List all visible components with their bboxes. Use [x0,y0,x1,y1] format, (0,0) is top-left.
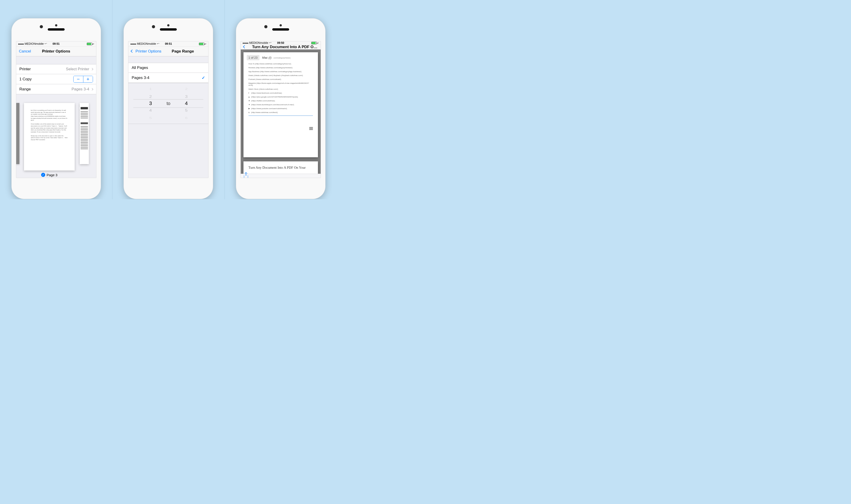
chevron-left-icon [243,45,246,48]
back-button[interactable] [244,45,250,49]
share-icon[interactable] [244,175,248,178]
hamburger-menu-icon[interactable] [309,127,313,130]
battery-icon [87,43,92,45]
blue-divider [248,115,313,116]
copies-stepper: − + [73,76,93,83]
social-link: (https://plus.google.com/107184756052365… [248,96,313,98]
range-label: Range [19,87,31,92]
page-thumbnail-4[interactable] [80,103,89,164]
status-bar: ●●●●● MEDIONmobile ⬿ 09:51 ⚡︎ [128,41,208,46]
printer-value: Select Printer [66,67,89,71]
document-scrollview[interactable]: 1 of 23 Mac (/) .com/category/news/) How… [241,50,321,174]
sensor-dot [280,24,282,26]
phone-frame: ●●●●● MEDIONmobile ⬿ 09:50 ⚡︎ Turn Any D… [236,18,325,199]
signal-strength-icon: ●●●●● [130,43,136,45]
wifi-icon: ⬿ [269,41,271,44]
front-camera [264,25,267,28]
social-link: (https://twitter.com/cultofmac) [248,100,313,102]
signal-strength-icon: ●●●●● [243,42,248,44]
earpiece-speaker [48,28,65,31]
battery-icon [199,43,205,45]
page-3-label-row: ✓ Page 3 [24,173,75,177]
carrier-label: MEDIONmobile [25,42,43,46]
earpiece-speaker [160,28,177,31]
sensor-dot [167,24,170,26]
screen: ●●●●● MEDIONmobile ⬿ 09:50 ⚡︎ Turn Any D… [241,41,321,178]
selected-check-icon: ✓ [202,75,205,80]
nav-bar: Turn Any Document Into A PDF On Y… [241,44,321,50]
front-camera [152,25,155,28]
printer-label: Printer [19,67,31,71]
copies-label: 1 Copy [19,77,32,82]
status-bar: ●●●●● MEDIONmobile ⬿ 09:51 ⚡︎ [16,41,96,46]
page-preview-area[interactable]: but if this is something you'll want to … [16,94,96,178]
screen: ●●●●● MEDIONmobile ⬿ 09:51 ⚡︎ Cancel Pri… [16,41,96,178]
all-pages-row[interactable]: All Pages [128,63,208,73]
copies-row: 1 Copy − + [16,74,96,84]
to-label: to [166,101,171,106]
article-title: Turn Any Document Into A PDF On Your [248,165,313,169]
status-time: 09:50 [277,41,284,44]
social-link: (https://www.stumbleupon.com/discover/cu… [248,104,313,106]
wifi-icon: ⬿ [157,42,159,45]
signal-strength-icon: ●●●●● [18,43,24,45]
status-bar: ●●●●● MEDIONmobile ⬿ 09:50 ⚡︎ [241,41,321,44]
chevron-right-icon [91,88,93,90]
all-pages-label: All Pages [131,66,148,70]
to-page-wheel[interactable]: 2 3 4 5 6 [177,86,195,121]
nav-bar: Cancel Printer Options Print [16,46,96,56]
pdf-page-1[interactable]: 1 of 23 Mac (/) .com/category/news/) How… [244,52,318,157]
social-link-list: (https://www.facebook.com/cultofmac)(htt… [248,92,313,113]
printer-row[interactable]: Printer Select Printer [16,64,96,74]
charging-icon: ⚡︎ [205,43,207,45]
sensor-dot [55,24,57,26]
chevron-right-icon [91,68,93,70]
page-3-label: Page 3 [47,173,57,177]
pdf-page-2[interactable]: Turn Any Document Into A PDF On Your [244,161,318,174]
back-label: Printer Options [136,49,161,53]
status-time: 09:51 [53,42,59,46]
nav-bar: Printer Options Page Range [128,46,208,56]
pages-3-4-label: Pages 3-4 [131,75,149,80]
screen: ●●●●● MEDIONmobile ⬿ 09:51 ⚡︎ Printer Op… [128,41,209,178]
back-button[interactable]: Printer Options [131,49,161,54]
page-header-url-fragment: .com/category/news/) [273,57,290,59]
status-time: 09:51 [165,42,172,46]
pages-3-4-row[interactable]: Pages 3-4 ✓ [128,73,208,83]
page-header-fragment: Mac (/) [262,56,271,59]
range-row[interactable]: Range Pages 3-4 [16,84,96,94]
battery-icon [311,42,317,44]
social-link: (http://www.cultofmac.com/feed/) [248,111,313,113]
charging-icon: ⚡︎ [317,42,319,44]
copies-plus-button[interactable]: + [83,76,93,83]
cancel-button[interactable]: Cancel [19,49,35,54]
social-link: (https://www.facebook.com/cultofmac) [248,92,313,94]
bottom-toolbar [241,174,321,178]
range-value: Pages 3-4 [71,87,89,92]
social-link: (https://www.youtube.com/user/cultofmact… [248,108,313,110]
page-selected-check-icon[interactable]: ✓ [41,173,45,177]
phone-frame: ●●●●● MEDIONmobile ⬿ 09:51 ⚡︎ Cancel Pri… [12,18,101,199]
chevron-left-icon [131,50,134,53]
wifi-icon: ⬿ [45,42,47,45]
charging-icon: ⚡︎ [93,43,94,45]
nav-title: Turn Any Document Into A PDF On Y… [252,45,318,49]
page-range-picker: 1 2 3 4 5 to 2 3 4 5 6 [128,83,208,124]
page-thumbnail-3[interactable]: but if this is something you'll want to … [24,103,75,170]
front-camera [40,25,43,28]
from-page-wheel[interactable]: 1 2 3 4 5 [141,86,160,121]
carrier-label: MEDIONmobile [249,41,268,44]
earpiece-speaker [272,28,289,31]
prev-page-sliver[interactable] [16,103,19,164]
copies-minus-button[interactable]: − [73,76,83,83]
carrier-label: MEDIONmobile [137,42,156,46]
nav-title: Page Range [172,49,194,54]
page-count-badge: 1 of 23 [247,55,260,60]
nav-title: Printer Options [42,49,70,54]
phone-frame: ●●●●● MEDIONmobile ⬿ 09:51 ⚡︎ Printer Op… [124,18,213,199]
